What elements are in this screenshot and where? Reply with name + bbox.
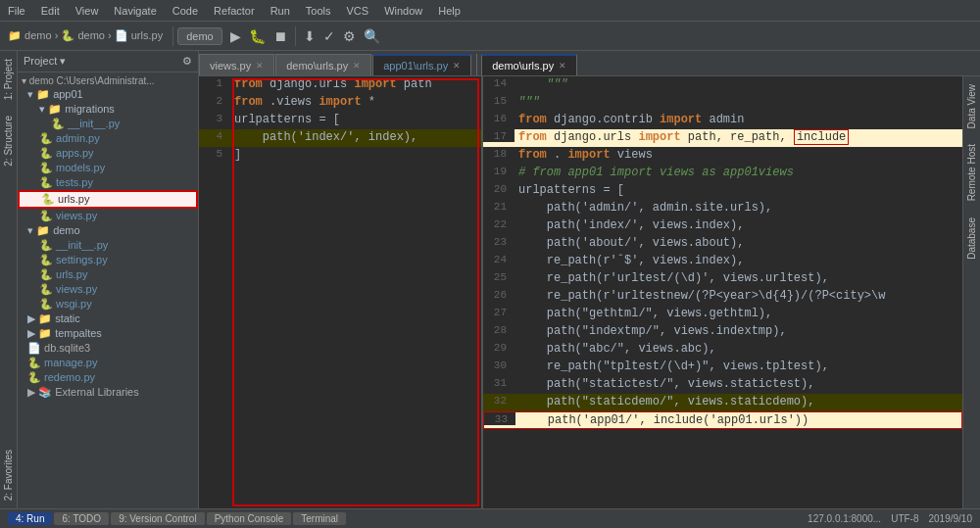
project-tab[interactable]: 1: Project [1,51,16,108]
line-content-29: path("abc/", views.abc), [514,341,962,357]
tree-item-label: manage.py [44,357,97,368]
project-sidebar: Project ▾ ⚙ ▾ demo C:\Users\Administrat.… [18,51,199,508]
tab-label: views.py [210,60,251,72]
tree-migrations[interactable]: ▾ 📁 migrations [18,102,198,117]
menu-tools[interactable]: Tools [298,5,339,17]
tree-templates[interactable]: ▶ 📁 tempaltes [18,326,198,341]
line-content-27: path("gethtml/", views.gethtml), [514,306,962,321]
tree-demo[interactable]: ▾ 📁 demo [18,223,198,238]
tree-tests[interactable]: 🐍 tests.py [18,175,198,190]
tree-manage[interactable]: 🐍 manage.py [18,356,198,370]
right-pane-tabs: demo\urls.py ✕ [476,54,578,75]
stop-button[interactable]: ⏹ [270,26,291,46]
tree-urls-app01[interactable]: 🐍 urls.py [18,190,198,209]
bottom-tab-python[interactable]: Python Console [207,512,292,525]
code-line-33: 33 path('app01/', include('app01.urls')) [483,411,962,429]
tab-close-demo-urls[interactable]: ✕ [353,61,361,71]
menu-refactor[interactable]: Refactor [206,5,263,17]
line-content-16: from django.contrib import admin [514,112,962,127]
left-editor-pane[interactable]: 1 from django.urls import path 2 from .v… [199,76,483,508]
tree-static[interactable]: ▶ 📁 static [18,312,198,326]
favorites-tab[interactable]: 2: Favorites [1,442,16,508]
tab-demo-urls[interactable]: demo\urls.py ✕ [275,54,371,75]
menu-view[interactable]: View [68,5,107,17]
vcs-update[interactable]: ⬇ [300,26,319,46]
tree-app01-init[interactable]: 🐍 __init__.py [18,117,198,131]
bottom-tab-run[interactable]: 4: Run [8,512,52,525]
line-content-25: re_path(r'urltest/(\d)', views.urltest), [514,270,962,286]
menu-code[interactable]: Code [165,5,206,17]
tab-close-demo-urls-right[interactable]: ✕ [559,61,566,71]
code-line-32: 32 path("staticdemo/", views.staticdemo)… [483,394,962,411]
status-date: 2019/9/10 [929,513,973,524]
run-button[interactable]: ▶ [226,26,245,46]
search-button[interactable]: 🔍 [360,26,384,46]
tab-label: demo\urls.py [492,60,554,72]
menu-navigate[interactable]: Navigate [106,5,164,17]
tree-root[interactable]: ▾ demo C:\Users\Administrat... [18,74,198,87]
line-num-15: 15 [483,94,514,107]
tree-settings[interactable]: 🐍 settings.py [18,253,198,267]
tree-wsgi[interactable]: 🐍 wsgi.py [18,297,198,312]
menu-file[interactable]: File [0,5,33,17]
line-content-28: path("indextmp/", views.indextmp), [514,323,962,339]
database-tab[interactable]: Database [964,210,979,267]
tab-app01-urls[interactable]: app01\urls.py ✕ [372,54,471,75]
menu-window[interactable]: Window [376,5,430,17]
line-num-27: 27 [483,306,514,318]
run-config[interactable]: demo [177,27,222,45]
bottom-tab-todo[interactable]: 6: TODO [54,512,109,525]
tree-sqlite[interactable]: 📄 db.sqlite3 [18,341,198,356]
bottom-tab-vcs[interactable]: 9: Version Control [111,512,205,525]
tree-views-app01[interactable]: 🐍 views.py [18,209,198,223]
tree-admin[interactable]: 🐍 admin.py [18,131,198,146]
file-icon-models: 🐍 [39,162,53,173]
tree-app01[interactable]: ▾ 📁 app01 [18,87,198,102]
line-num-25: 25 [483,270,514,283]
right-code-container: 14 """ 15 """ 16 from django.contrib imp… [483,76,962,429]
line-num-22: 22 [483,217,514,230]
line-content-4: path('index/', index), [230,129,481,145]
status-text: 127.0.0.1:8000... [808,513,881,524]
tree-demo-urls[interactable]: 🐍 urls.py [18,267,198,282]
file-icon-tests: 🐍 [39,176,53,188]
file-icon-demo-views: 🐍 [39,283,53,295]
tab-label: demo\urls.py [286,60,348,72]
line-num-33: 33 [484,412,515,425]
line-num-29: 29 [483,341,514,354]
project-label: 📁 demo › 🐍 demo › 📄 urls.py [8,29,163,42]
remote-host-tab[interactable]: Remote Host [964,136,979,209]
menu-help[interactable]: Help [430,5,468,17]
tree-demo-init[interactable]: 🐍 __init__.py [18,238,198,253]
line-num-1: 1 [199,76,230,89]
tab-close-views[interactable]: ✕ [256,61,264,71]
tree-apps[interactable]: 🐍 apps.py [18,146,198,161]
vcs-commit[interactable]: ✓ [319,26,339,46]
code-line-4: 4 path('index/', index), [199,129,481,147]
structure-tab[interactable]: 2: Structure [1,108,16,174]
data-view-tab[interactable]: Data View [964,76,979,136]
code-line-26: 26 re_path(r'urltestnew/(?P<year>\d{4})/… [483,288,962,306]
menu-vcs[interactable]: VCS [339,5,377,17]
tab-close-app01-urls[interactable]: ✕ [453,61,461,71]
debug-button[interactable]: 🐛 [245,26,270,46]
tab-demo-urls-right[interactable]: demo\urls.py ✕ [481,54,577,75]
bottom-tab-terminal[interactable]: Terminal [293,512,346,525]
line-num-5: 5 [199,147,230,160]
file-icon-views: 🐍 [39,210,53,221]
menu-run[interactable]: Run [263,5,298,17]
tree-models[interactable]: 🐍 models.py [18,161,198,175]
file-icon-admin: 🐍 [39,132,53,144]
settings-button[interactable]: ⚙ [339,26,360,46]
tree-external-libs[interactable]: ▶ 📚 External Libraries [18,385,198,400]
tree-demo-views[interactable]: 🐍 views.py [18,282,198,297]
tree-redemo[interactable]: 🐍 redemo.py [18,370,198,385]
right-vertical-panel: Data View Remote Host Database [962,76,980,508]
tree-item-label: urls.py [58,193,89,205]
tab-views-py[interactable]: views.py ✕ [199,54,274,75]
sidebar-options[interactable]: ⚙ [182,55,192,68]
menu-edit[interactable]: Edit [33,5,68,17]
tree-item-label: tempaltes [55,327,102,339]
right-editor-pane[interactable]: 14 """ 15 """ 16 from django.contrib imp… [483,76,962,508]
file-icon-sqlite: 📄 [27,342,41,354]
